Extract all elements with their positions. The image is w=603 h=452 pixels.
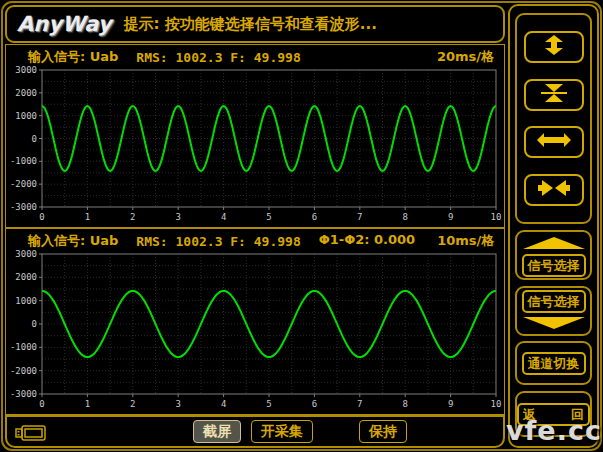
- waveform-chart-1: -3000-2000-10000100020003000012345678910: [6, 66, 504, 228]
- title-bar: AnyWay 提示: 按功能键选择信号和查看波形...: [5, 5, 505, 43]
- svg-text:3000: 3000: [15, 66, 37, 75]
- svg-text:2000: 2000: [15, 272, 37, 282]
- svg-text:2000: 2000: [15, 88, 37, 98]
- screenshot-button[interactable]: 截屏: [193, 420, 241, 443]
- signal-select-up-button[interactable]: 信号选择: [522, 254, 586, 277]
- svg-text:-3000: -3000: [10, 202, 37, 212]
- svg-text:2: 2: [130, 212, 135, 222]
- bottom-toolbar: 截屏 开采集 保持: [5, 415, 505, 448]
- analyzer-screen: AnyWay 提示: 按功能键选择信号和查看波形... 输入信号: Uab RM…: [0, 0, 603, 452]
- timebase-label: 20ms/格: [437, 48, 494, 66]
- svg-text:0: 0: [39, 399, 44, 409]
- hint-text: 提示: 按功能键选择信号和查看波形...: [124, 15, 377, 34]
- svg-text:8: 8: [402, 399, 407, 409]
- rms-freq-readout: RMS: 1002.3 F: 49.998: [136, 234, 300, 249]
- svg-text:1000: 1000: [15, 296, 37, 306]
- svg-text:4: 4: [221, 399, 226, 409]
- timebase-label: 10ms/格: [437, 232, 494, 250]
- svg-text:3: 3: [175, 212, 180, 222]
- expand-vertical-button[interactable]: [524, 31, 584, 63]
- svg-text:1: 1: [85, 212, 90, 222]
- usb-drive-icon: [15, 424, 47, 446]
- svg-text:6: 6: [312, 212, 317, 222]
- waveform-panel-1: 输入信号: Uab RMS: 1002.3 F: 49.998 20ms/格 -…: [5, 44, 505, 228]
- waveform-panel-2: 输入信号: Uab RMS: 1002.3 F: 49.998 Φ1-Φ2: 0…: [5, 228, 505, 415]
- svg-text:6: 6: [312, 399, 317, 409]
- rms-freq-readout: RMS: 1002.3 F: 49.998: [136, 50, 300, 65]
- triangle-up-icon: [523, 234, 585, 253]
- compress-horizontal-button[interactable]: [524, 174, 584, 206]
- watermark: vfe.cc: [506, 415, 602, 446]
- channel-switch-group: 通道切换: [515, 341, 592, 385]
- waveform-plot: -3000-2000-10000100020003000012345678910: [6, 66, 504, 224]
- svg-text:10: 10: [491, 212, 502, 222]
- input-signal-label: 输入信号: Uab: [28, 232, 118, 250]
- zoom-button-group: [515, 13, 592, 224]
- svg-text:10: 10: [491, 399, 502, 409]
- compress-horizontal-icon: [536, 177, 572, 203]
- expand-horizontal-icon: [536, 129, 572, 155]
- svg-text:3000: 3000: [15, 250, 37, 259]
- svg-text:9: 9: [448, 399, 453, 409]
- start-acquisition-button[interactable]: 开采集: [251, 420, 313, 443]
- anyway-logo: AnyWay: [17, 12, 112, 36]
- svg-text:3: 3: [175, 399, 180, 409]
- svg-text:0: 0: [39, 212, 44, 222]
- sidebar: 信号选择 信号选择 通道切换 返 回: [508, 4, 599, 448]
- svg-text:2: 2: [130, 399, 135, 409]
- waveform-plot: -3000-2000-10000100020003000012345678910: [6, 250, 504, 411]
- phase-readout: Φ1-Φ2: 0.000: [319, 232, 415, 250]
- svg-text:0: 0: [32, 319, 37, 329]
- compress-vertical-icon: [536, 82, 572, 108]
- waveform-chart-2: -3000-2000-10000100020003000012345678910: [6, 250, 504, 415]
- panel1-header: 输入信号: Uab RMS: 1002.3 F: 49.998 20ms/格: [6, 45, 504, 66]
- svg-text:-1000: -1000: [10, 342, 37, 352]
- svg-text:8: 8: [402, 212, 407, 222]
- svg-text:-2000: -2000: [10, 366, 37, 376]
- svg-text:-2000: -2000: [10, 179, 37, 189]
- signal-select-down-group: 信号选择: [515, 286, 592, 336]
- svg-text:7: 7: [357, 212, 362, 222]
- svg-text:1: 1: [85, 399, 90, 409]
- signal-select-down-button[interactable]: 信号选择: [522, 290, 586, 313]
- hold-button[interactable]: 保持: [359, 420, 407, 443]
- svg-text:1000: 1000: [15, 111, 37, 121]
- svg-text:5: 5: [266, 399, 271, 409]
- svg-text:9: 9: [448, 212, 453, 222]
- svg-text:-1000: -1000: [10, 156, 37, 166]
- channel-switch-button[interactable]: 通道切换: [522, 352, 586, 375]
- expand-vertical-icon: [536, 34, 572, 60]
- compress-vertical-button[interactable]: [524, 79, 584, 111]
- panel2-header: 输入信号: Uab RMS: 1002.3 F: 49.998 Φ1-Φ2: 0…: [6, 229, 504, 250]
- svg-text:7: 7: [357, 399, 362, 409]
- svg-text:5: 5: [266, 212, 271, 222]
- signal-select-up-group: 信号选择: [515, 230, 592, 280]
- triangle-down-icon: [523, 314, 585, 333]
- expand-horizontal-button[interactable]: [524, 126, 584, 158]
- svg-text:-3000: -3000: [10, 389, 37, 399]
- svg-text:0: 0: [32, 134, 37, 144]
- input-signal-label: 输入信号: Uab: [28, 48, 118, 66]
- svg-text:4: 4: [221, 212, 226, 222]
